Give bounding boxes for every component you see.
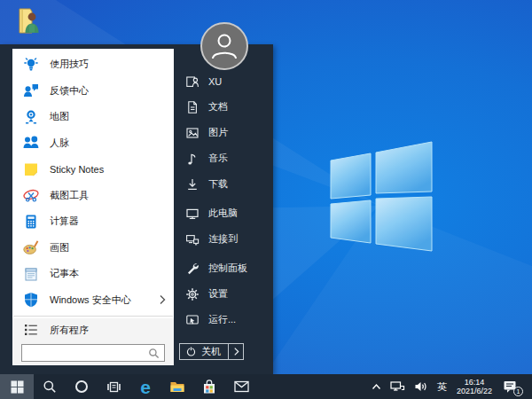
- menu-divider: [13, 316, 173, 317]
- menu-item-label: 记事本: [50, 267, 79, 280]
- people-icon: [22, 134, 40, 152]
- sticky-note-icon: [22, 160, 40, 178]
- task-view-button[interactable]: [98, 374, 129, 399]
- menu-item-notepad[interactable]: 记事本: [12, 261, 174, 287]
- wrench-icon: [185, 262, 200, 276]
- start-menu-bottom-strip: 所有程序: [12, 318, 174, 365]
- clock-time: 16:14: [457, 378, 492, 387]
- all-programs-label: 所有程序: [50, 324, 89, 337]
- volume-tray-button[interactable]: [410, 374, 433, 399]
- menu-item-label: Sticky Notes: [50, 164, 104, 175]
- menu-item-label: 画图: [50, 241, 69, 254]
- search-icon: [43, 379, 57, 394]
- right-item-documents[interactable]: 文档: [174, 94, 273, 120]
- right-item-run[interactable]: 运行...: [174, 307, 273, 332]
- lightbulb-icon: [22, 56, 40, 74]
- right-item-label: 图片: [208, 126, 228, 139]
- right-item-label: 运行...: [208, 313, 236, 326]
- system-tray: 英 16:14 2021/6/22 1: [367, 374, 532, 399]
- cortana-button[interactable]: [66, 374, 98, 399]
- menu-item-feedback-hub[interactable]: 反馈中心: [12, 78, 174, 105]
- menu-item-label: 截图工具: [50, 189, 89, 202]
- right-item-label: 控制面板: [208, 262, 247, 275]
- right-item-label: 文档: [208, 100, 228, 113]
- connect-display-icon: [185, 232, 200, 246]
- menu-item-label: 人脉: [50, 137, 69, 150]
- menu-item-label: 计算器: [50, 215, 79, 228]
- user-files-folder-icon: [14, 6, 43, 36]
- language-indicator[interactable]: 英: [433, 374, 451, 399]
- menu-item-sticky-notes[interactable]: Sticky Notes: [12, 156, 174, 183]
- language-label: 英: [437, 380, 447, 394]
- desktop-icon-user-files[interactable]: [12, 4, 44, 38]
- right-item-downloads[interactable]: 下载: [174, 171, 273, 197]
- task-view-icon: [106, 380, 121, 394]
- right-item-user[interactable]: XU: [174, 68, 273, 94]
- right-item-connect-to[interactable]: 连接到: [174, 226, 273, 252]
- person-icon: [207, 28, 242, 64]
- menu-item-label: 使用技巧: [50, 58, 89, 71]
- network-tray-button[interactable]: [386, 374, 410, 399]
- store-button[interactable]: [193, 374, 225, 399]
- file-explorer-button[interactable]: [161, 374, 193, 399]
- right-item-label: 连接到: [208, 232, 238, 246]
- store-bag-icon: [202, 379, 216, 395]
- start-menu-left-panel: 使用技巧 反馈中心 地图 人脉 Sticky Notes: [12, 49, 174, 365]
- document-icon: [185, 100, 200, 114]
- windows-start-icon: [11, 380, 24, 394]
- right-item-label: 下载: [208, 177, 228, 191]
- shutdown-label: 关机: [201, 345, 221, 358]
- start-search-input[interactable]: [27, 347, 148, 359]
- security-shield-icon: [22, 291, 40, 309]
- clock[interactable]: 16:14 2021/6/22: [451, 378, 497, 396]
- shutdown-row: 关机: [179, 343, 244, 360]
- right-item-label: 音乐: [208, 152, 228, 165]
- all-programs-button[interactable]: 所有程序: [12, 318, 174, 341]
- edge-icon: e: [140, 378, 151, 396]
- menu-item-paint[interactable]: 画图: [12, 235, 174, 262]
- speaker-icon: [414, 380, 428, 393]
- folder-icon: [169, 379, 185, 394]
- menu-item-maps[interactable]: 地图: [12, 104, 174, 130]
- shutdown-options-button[interactable]: [229, 343, 244, 360]
- calculator-icon: [22, 213, 40, 231]
- start-button[interactable]: [0, 374, 34, 399]
- program-list-icon: [22, 321, 40, 339]
- right-item-pictures[interactable]: 图片: [174, 120, 273, 145]
- right-item-settings[interactable]: 设置: [174, 281, 273, 307]
- notepad-icon: [22, 265, 40, 283]
- feedback-icon: [22, 82, 40, 99]
- cortana-circle-icon: [74, 379, 89, 394]
- user-frame-icon: [185, 74, 200, 89]
- taskbar: e: [0, 374, 532, 399]
- mail-button[interactable]: [225, 374, 257, 399]
- edge-button[interactable]: e: [129, 374, 161, 399]
- right-item-this-pc[interactable]: 此电脑: [174, 200, 273, 226]
- snipping-scissors-icon: [22, 186, 40, 204]
- mail-envelope-icon: [234, 380, 249, 393]
- download-arrow-icon: [185, 177, 200, 192]
- chevron-right-icon: [159, 294, 166, 305]
- menu-item-tips[interactable]: 使用技巧: [12, 51, 174, 78]
- user-avatar[interactable]: [200, 22, 248, 70]
- gear-icon: [185, 287, 200, 301]
- shutdown-button[interactable]: 关机: [179, 343, 229, 360]
- show-hidden-icons-button[interactable]: [367, 374, 386, 399]
- run-window-icon: [185, 313, 200, 327]
- paint-palette-icon: [22, 239, 40, 256]
- ethernet-network-icon: [390, 380, 405, 393]
- right-item-music[interactable]: 音乐: [174, 145, 273, 171]
- search-icon: [148, 348, 160, 359]
- action-center-button[interactable]: 1: [497, 374, 525, 399]
- menu-item-people[interactable]: 人脉: [12, 130, 174, 157]
- taskbar-search-button[interactable]: [34, 374, 66, 399]
- start-search-box[interactable]: [21, 344, 165, 362]
- menu-item-snipping-tool[interactable]: 截图工具: [12, 183, 174, 209]
- right-item-label: XU: [208, 76, 222, 87]
- computer-icon: [185, 207, 200, 221]
- right-item-control-panel[interactable]: 控制面板: [174, 255, 273, 281]
- picture-icon: [185, 126, 200, 140]
- start-menu-right-panel: XU 文档 图片 音乐 下载: [174, 44, 273, 374]
- menu-item-calculator[interactable]: 计算器: [12, 208, 174, 235]
- menu-item-windows-security[interactable]: Windows 安全中心: [12, 287, 174, 314]
